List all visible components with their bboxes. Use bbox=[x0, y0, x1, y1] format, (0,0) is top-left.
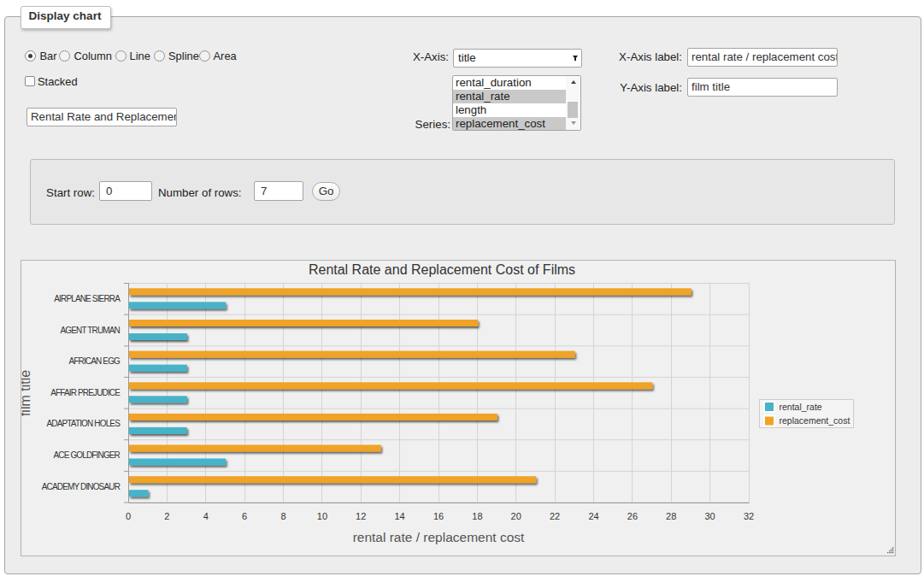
svg-text:26: 26 bbox=[627, 511, 638, 521]
svg-text:14: 14 bbox=[394, 511, 404, 521]
svg-text:replacement_cost: replacement_cost bbox=[780, 415, 850, 426]
svg-text:ACADEMY DINOSAUR: ACADEMY DINOSAUR bbox=[42, 482, 121, 491]
svg-text:rental rate / replacement cost: rental rate / replacement cost bbox=[353, 530, 525, 544]
svg-text:2: 2 bbox=[164, 511, 169, 521]
svg-text:ADAPTATION HOLES: ADAPTATION HOLES bbox=[47, 419, 121, 428]
svg-text:28: 28 bbox=[666, 511, 676, 521]
svg-text:AFRICAN EGG: AFRICAN EGG bbox=[68, 356, 121, 366]
svg-text:20: 20 bbox=[511, 511, 521, 521]
svg-text:rental_rate: rental_rate bbox=[780, 402, 822, 412]
svg-text:32: 32 bbox=[744, 511, 754, 521]
svg-text:22: 22 bbox=[550, 511, 560, 521]
svg-text:4: 4 bbox=[203, 511, 209, 521]
svg-text:18: 18 bbox=[472, 511, 482, 521]
svg-text:6: 6 bbox=[242, 511, 247, 521]
svg-text:16: 16 bbox=[433, 511, 444, 521]
svg-text:12: 12 bbox=[356, 511, 366, 521]
svg-text:film title: film title bbox=[21, 370, 32, 416]
svg-text:0: 0 bbox=[126, 511, 131, 521]
svg-text:Rental Rate and Replacement Co: Rental Rate and Replacement Cost of Film… bbox=[309, 262, 575, 277]
svg-text:10: 10 bbox=[317, 511, 327, 521]
svg-text:ACE GOLDFINGER: ACE GOLDFINGER bbox=[53, 450, 120, 460]
svg-text:AIRPLANE SIERRA: AIRPLANE SIERRA bbox=[54, 294, 121, 303]
svg-text:30: 30 bbox=[704, 511, 715, 521]
svg-text:AGENT TRUMAN: AGENT TRUMAN bbox=[61, 326, 121, 335]
svg-text:24: 24 bbox=[588, 511, 598, 521]
svg-text:AFFAIR PREJUDICE: AFFAIR PREJUDICE bbox=[50, 388, 121, 397]
svg-text:8: 8 bbox=[280, 511, 285, 521]
